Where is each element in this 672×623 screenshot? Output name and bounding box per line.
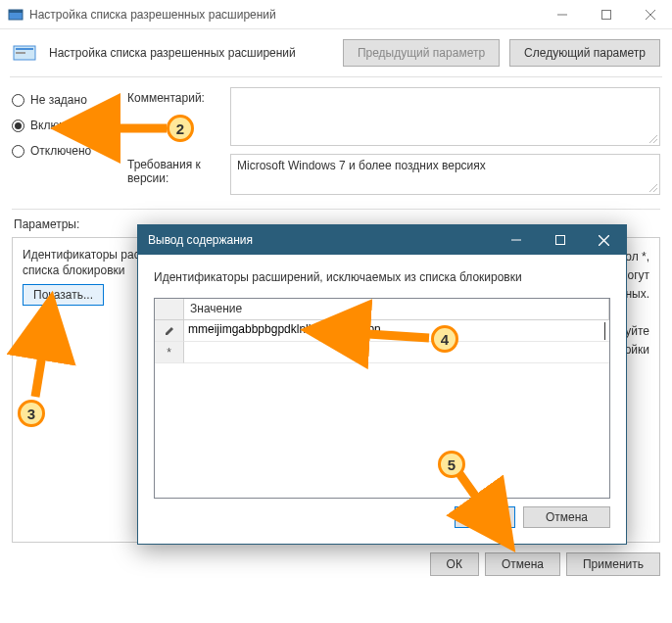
grid-row-header: * bbox=[155, 342, 184, 363]
comment-textarea[interactable] bbox=[230, 87, 660, 146]
dialog-cancel-button[interactable]: Отмена bbox=[523, 506, 610, 528]
svg-line-12 bbox=[653, 188, 657, 192]
ok-button[interactable]: ОК bbox=[430, 552, 479, 576]
requirement-box: Microsoft Windows 7 и более поздних верс… bbox=[230, 154, 660, 195]
svg-rect-7 bbox=[16, 48, 33, 50]
radio-not-configured[interactable]: Не задано bbox=[12, 87, 120, 113]
svg-line-11 bbox=[649, 184, 657, 192]
svg-rect-14 bbox=[555, 236, 564, 245]
svg-rect-3 bbox=[601, 10, 610, 19]
header-title: Настройка списка разрешенных расширений bbox=[49, 46, 333, 60]
radio-disabled[interactable]: Отключено bbox=[12, 138, 120, 164]
window-title: Настройка списка разрешенных расширений bbox=[29, 8, 540, 22]
grid-row[interactable]: mmeijimgabbpbgpdklnllpncmdofkcpn bbox=[155, 320, 609, 342]
value-grid[interactable]: Значение mmeijimgabbpbgpdklnllpncmdofkcp… bbox=[154, 298, 610, 499]
radio-label: Не задано bbox=[30, 93, 87, 107]
edit-row-icon bbox=[165, 326, 174, 336]
policy-icon bbox=[12, 42, 39, 64]
resize-handle-icon bbox=[648, 182, 657, 192]
svg-line-10 bbox=[653, 139, 657, 143]
close-button[interactable] bbox=[628, 0, 672, 29]
dialog-title: Вывод содержания bbox=[148, 233, 494, 247]
cancel-button[interactable]: Отмена bbox=[485, 552, 560, 576]
show-contents-dialog: Вывод содержания Идентификаторы расширен… bbox=[137, 224, 627, 545]
grid-corner bbox=[155, 299, 184, 320]
comment-label: Комментарий: bbox=[127, 87, 220, 146]
prev-setting-button[interactable]: Предыдущий параметр bbox=[343, 39, 500, 67]
grid-row-new[interactable]: * bbox=[155, 342, 609, 363]
header-row: Настройка списка разрешенных расширений … bbox=[0, 29, 672, 76]
svg-rect-1 bbox=[9, 10, 23, 13]
radio-label: Включено bbox=[30, 119, 84, 132]
radio-enabled[interactable]: Включено bbox=[12, 113, 120, 138]
show-button[interactable]: Показать... bbox=[23, 284, 104, 306]
resize-handle-icon bbox=[648, 133, 657, 143]
dialog-label: Идентификаторы расширений, исключаемых и… bbox=[154, 270, 610, 284]
grid-row-header bbox=[155, 320, 184, 342]
divider bbox=[12, 209, 660, 210]
apply-button[interactable]: Применить bbox=[566, 552, 660, 576]
minimize-button[interactable] bbox=[540, 0, 584, 29]
dialog-titlebar: Вывод содержания bbox=[138, 225, 626, 255]
maximize-button[interactable] bbox=[584, 0, 628, 29]
radio-icon bbox=[12, 120, 24, 132]
app-icon bbox=[8, 7, 24, 23]
dialog-ok-button[interactable]: ОК bbox=[455, 506, 515, 528]
radio-icon bbox=[12, 145, 24, 158]
svg-line-9 bbox=[649, 135, 657, 143]
grid-col-header[interactable]: Значение bbox=[184, 299, 609, 320]
requirement-label: Требования к версии: bbox=[127, 154, 220, 195]
dialog-maximize-button[interactable] bbox=[538, 225, 582, 255]
dialog-close-button[interactable] bbox=[582, 225, 626, 255]
svg-rect-8 bbox=[16, 52, 25, 54]
grid-cell[interactable] bbox=[184, 342, 609, 363]
state-radios: Не задано Включено Отключено bbox=[12, 87, 120, 203]
radio-icon bbox=[12, 94, 24, 107]
dialog-minimize-button[interactable] bbox=[494, 225, 538, 255]
window-titlebar: Настройка списка разрешенных расширений bbox=[0, 0, 672, 29]
grid-cell[interactable]: mmeijimgabbpbgpdklnllpncmdofkcpn bbox=[184, 320, 609, 342]
radio-label: Отключено bbox=[30, 144, 91, 158]
requirement-text: Microsoft Windows 7 и более поздних верс… bbox=[237, 159, 486, 172]
main-footer: ОК Отмена Применить bbox=[0, 543, 672, 586]
grid-cell-value[interactable]: mmeijimgabbpbgpdklnllpncmdofkcpn bbox=[188, 322, 605, 340]
next-setting-button[interactable]: Следующий параметр bbox=[509, 39, 660, 67]
